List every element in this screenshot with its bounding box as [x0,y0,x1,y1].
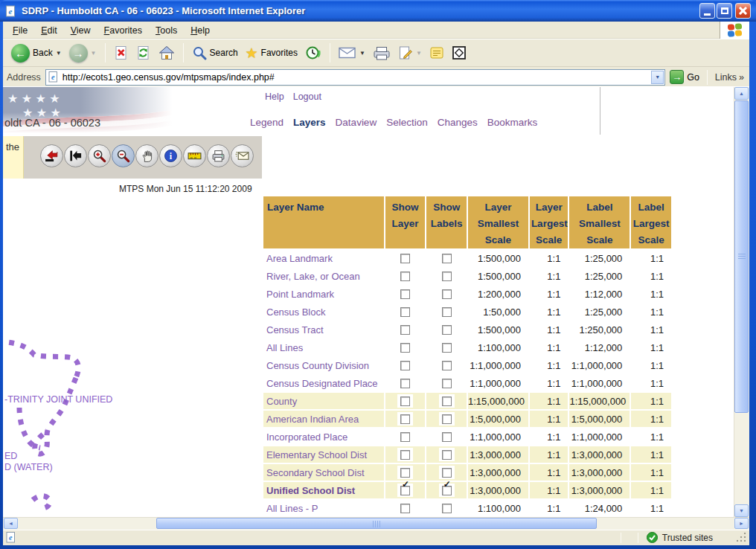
show-labels-checkbox[interactable] [442,361,452,370]
toolbar-separator [183,43,184,62]
menu-item-file[interactable]: File [6,23,34,38]
mail-dropdown-icon[interactable]: ▼ [359,50,365,57]
security-zone-label: Trusted sites [662,533,713,543]
show-labels-checkbox[interactable] [442,343,452,353]
resize-grip[interactable] [737,533,746,542]
minimize-button[interactable] [699,3,715,19]
tab-selection[interactable]: Selection [386,117,428,128]
scroll-up-button[interactable]: ▲ [734,87,749,100]
home-button[interactable] [156,44,177,62]
show-labels-checkbox[interactable] [442,432,452,442]
map-canvas[interactable]: MTPS Mon Jun 15 11:12:20 2009 -TRINITY J… [3,179,262,517]
tab-layers[interactable]: Layers [293,117,326,128]
search-button[interactable]: Search [190,44,240,62]
address-dropdown-button[interactable]: ▼ [651,71,664,84]
show-layer-checkbox[interactable] [400,432,410,442]
show-labels-checkbox[interactable] [442,272,452,281]
scale-value-0: 1:500,000 [468,321,528,338]
initial-extent-button[interactable] [40,144,63,167]
stop-button[interactable] [112,44,131,62]
show-labels-checkbox[interactable] [442,468,452,478]
tab-legend[interactable]: Legend [250,117,284,128]
show-labels-checkbox[interactable] [442,486,452,495]
tab-changes[interactable]: Changes [438,117,478,128]
refresh-button[interactable] [134,44,153,62]
show-layer-checkbox-cell [385,268,426,284]
horizontal-scrollbar[interactable]: ◄ ► [3,517,749,530]
show-layer-checkbox[interactable] [400,486,410,495]
email-map-button[interactable] [231,144,254,167]
show-labels-checkbox[interactable] [442,254,452,263]
back-button[interactable]: ← Back ▼ [9,42,64,64]
discuss-button[interactable] [427,44,446,62]
show-labels-checkbox[interactable] [442,450,452,460]
favorites-button[interactable]: ★ Favorites [243,45,300,62]
horizontal-scroll-thumb[interactable] [156,518,597,529]
print-map-button[interactable] [207,144,230,167]
menu-item-edit[interactable]: Edit [34,23,64,38]
tab-dataview[interactable]: Dataview [336,117,377,128]
show-layer-checkbox[interactable] [400,379,410,388]
zoom-out-button[interactable] [112,144,135,167]
previous-extent-button[interactable] [64,144,87,167]
address-input[interactable]: e http://ecots1.geo.census.gov/mtpsmaps/… [45,69,665,86]
messenger-button[interactable] [449,44,469,62]
scroll-left-button[interactable]: ◄ [4,518,18,529]
scroll-right-button[interactable]: ► [734,518,749,529]
svg-text:e: e [9,7,13,16]
pan-button[interactable] [135,144,158,167]
scale-value-2: 1:25,000 [569,250,630,266]
show-layer-checkbox[interactable] [400,289,410,299]
show-labels-checkbox[interactable] [442,325,452,335]
show-layer-checkbox[interactable] [400,450,410,460]
back-dropdown-icon[interactable]: ▼ [56,50,62,57]
show-layer-checkbox[interactable] [400,396,410,406]
logout-link[interactable]: Logout [293,92,321,102]
links-button[interactable]: Links » [715,72,746,83]
show-layer-checkbox[interactable] [400,307,410,317]
forward-dropdown-icon[interactable]: ▼ [91,50,97,57]
windows-logo-panel [720,22,749,39]
print-button[interactable] [371,44,393,62]
menu-item-tools[interactable]: Tools [149,23,184,38]
menu-item-favorites[interactable]: Favorites [97,23,149,38]
menu-item-view[interactable]: View [64,23,97,38]
measure-button[interactable] [183,144,206,167]
scale-value-2: 1:1,000,000 [569,357,630,373]
show-layer-checkbox[interactable] [400,468,410,478]
vertical-scrollbar[interactable]: ▲ ▼ [734,87,749,517]
show-labels-checkbox[interactable] [442,379,452,388]
show-labels-checkbox[interactable] [442,504,452,513]
checkbox-frame [397,323,413,336]
show-labels-checkbox[interactable] [442,396,452,406]
checkbox-frame [397,287,413,301]
show-layer-checkbox[interactable] [400,254,410,263]
edit-button[interactable]: ▼ [396,44,424,62]
show-layer-checkbox[interactable] [400,325,410,335]
tab-bookmarks[interactable]: Bookmarks [487,117,538,128]
forward-button[interactable]: → ▼ [67,42,99,64]
show-labels-checkbox[interactable] [442,307,452,317]
maximize-button[interactable] [717,3,732,19]
zoom-in-button[interactable] [88,144,111,167]
history-button[interactable] [303,44,324,62]
go-button[interactable]: → Go [670,70,699,84]
vertical-scroll-thumb[interactable] [734,100,749,413]
show-layer-checkbox[interactable] [400,414,410,424]
scroll-down-button[interactable]: ▼ [734,504,749,517]
show-layer-checkbox[interactable] [400,272,410,281]
help-link[interactable]: Help [265,92,284,102]
show-labels-checkbox[interactable] [442,289,452,299]
map-label-fragment: ED [4,451,17,461]
edit-dropdown-icon[interactable]: ▼ [416,50,422,57]
show-layer-checkbox[interactable] [400,504,410,513]
show-layer-checkbox[interactable] [400,343,410,353]
address-url[interactable]: http://ecots1.geo.census.gov/mtpsmaps/in… [63,72,648,83]
title-bar[interactable]: e SDRP - Humboldt CA - 06 - 06023 - Micr… [0,0,756,22]
menu-item-help[interactable]: Help [184,23,217,38]
show-layer-checkbox[interactable] [400,361,410,370]
identify-button[interactable]: i [159,144,182,167]
close-button[interactable] [735,3,751,19]
show-labels-checkbox[interactable] [442,414,452,424]
mail-button[interactable]: ▼ [336,45,368,61]
